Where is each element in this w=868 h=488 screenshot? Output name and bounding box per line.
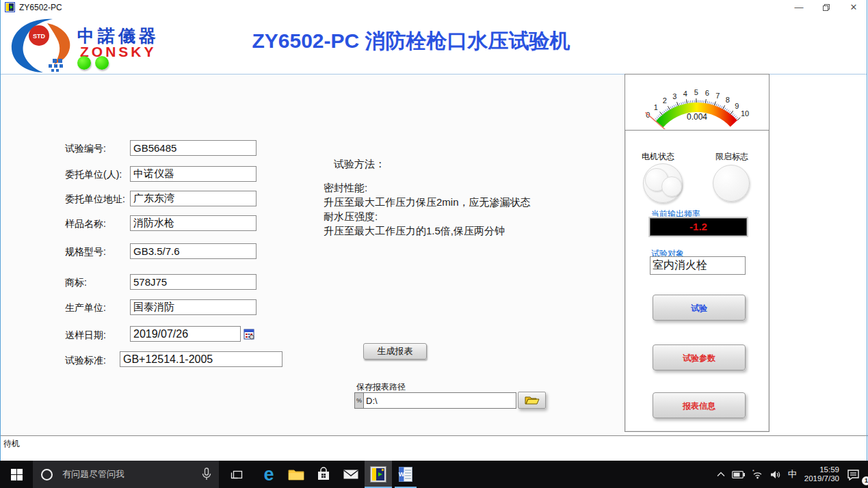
svg-text:2: 2 bbox=[663, 96, 667, 105]
method-text: 密封性能: 升压至最大工作压力保压2min，应无渗漏状态 耐水压强度: 升压至最… bbox=[324, 180, 531, 238]
motor-status-indicator bbox=[643, 163, 683, 203]
labview-app-icon[interactable] bbox=[365, 461, 392, 488]
method-line: 耐水压强度: bbox=[324, 209, 531, 223]
close-button[interactable]: ✕ bbox=[842, 0, 865, 15]
generate-report-button[interactable]: 生成报表 bbox=[363, 343, 427, 360]
word-document-app-icon[interactable]: W bbox=[392, 461, 419, 488]
manufacturer-input[interactable] bbox=[130, 299, 257, 315]
system-tray: * 中 15:59 2019/7/30 1 bbox=[713, 461, 868, 488]
ime-indicator[interactable]: 中 bbox=[785, 461, 800, 488]
svg-text:7: 7 bbox=[715, 92, 720, 100]
svg-text:5: 5 bbox=[694, 88, 698, 96]
file-explorer-icon[interactable] bbox=[282, 461, 310, 488]
microphone-icon[interactable] bbox=[201, 467, 212, 484]
control-panel: 0123456789100.004 电机状态 限启标志 当前输出频率 -1.2 … bbox=[624, 74, 770, 432]
test-number-input[interactable] bbox=[130, 140, 257, 156]
test-params-button[interactable]: 试验参数 bbox=[653, 344, 746, 370]
open-folder-icon bbox=[525, 395, 540, 405]
svg-text:STD: STD bbox=[33, 33, 46, 40]
app-window: ZY6502-PC — ✕ STD 中諾儀器 ZONSKY ZY6 bbox=[0, 0, 868, 488]
spec-model-input[interactable] bbox=[130, 243, 257, 259]
wifi-icon[interactable]: * bbox=[748, 461, 767, 488]
window-border-right bbox=[867, 0, 867, 461]
logo-green-dot-1 bbox=[77, 56, 91, 70]
client-address-input[interactable] bbox=[130, 191, 257, 206]
windows-logo-icon bbox=[11, 469, 23, 480]
minimize-button[interactable]: — bbox=[787, 0, 811, 15]
method-line: 升压至最大工作压力保压2min，应无渗漏状态 bbox=[324, 195, 531, 209]
test-button[interactable]: 试验 bbox=[653, 295, 746, 321]
title-bar: ZY6502-PC — ✕ bbox=[0, 0, 868, 15]
field-label: 试验编号: bbox=[65, 143, 106, 155]
field-label: 样品名称: bbox=[65, 218, 106, 230]
battery-icon[interactable] bbox=[728, 461, 748, 488]
field-label: 规格型号: bbox=[65, 246, 106, 258]
test-standard-input[interactable] bbox=[120, 351, 282, 367]
sample-name-input[interactable] bbox=[130, 215, 257, 231]
cortana-icon bbox=[41, 469, 53, 480]
svg-text:6: 6 bbox=[705, 89, 709, 97]
window-title: ZY6502-PC bbox=[19, 3, 62, 12]
action-center-icon[interactable]: 1 bbox=[843, 461, 868, 488]
header: STD 中諾儀器 ZONSKY ZY6502-PC 消防栓枪口水压试验机 bbox=[1, 15, 867, 74]
start-button[interactable] bbox=[0, 461, 33, 488]
page-title: ZY6502-PC 消防栓枪口水压试验机 bbox=[206, 27, 616, 55]
limit-flag-label: 限启标志 bbox=[715, 151, 748, 163]
mail-icon[interactable] bbox=[337, 461, 365, 488]
svg-text:*: * bbox=[752, 470, 754, 474]
svg-text:0.004: 0.004 bbox=[687, 112, 707, 122]
field-label: 送样日期: bbox=[65, 329, 106, 342]
logo-english-text: ZONSKY bbox=[80, 44, 157, 60]
logo-green-dot-2 bbox=[95, 56, 109, 70]
limit-flag-indicator bbox=[713, 165, 750, 202]
task-view-button[interactable] bbox=[223, 461, 250, 488]
svg-text:10: 10 bbox=[741, 109, 749, 118]
zonsky-logo: STD bbox=[5, 16, 80, 77]
frequency-display: -1.2 bbox=[650, 218, 747, 236]
calendar-icon[interactable] bbox=[244, 329, 254, 342]
field-label: 商标: bbox=[65, 277, 87, 289]
tray-date: 2019/7/30 bbox=[804, 474, 839, 483]
method-line: 密封性能: bbox=[324, 180, 531, 195]
field-label: 委托单位地址: bbox=[65, 193, 125, 206]
tray-clock[interactable]: 15:59 2019/7/30 bbox=[800, 465, 843, 483]
search-box[interactable]: 有问题尽管问我 bbox=[33, 461, 219, 488]
maximize-button[interactable] bbox=[815, 0, 838, 15]
sample-date-input[interactable] bbox=[130, 326, 241, 342]
svg-text:4: 4 bbox=[683, 90, 687, 98]
method-line: 升压至最大工作压力的1.5倍,保压两分钟 bbox=[324, 223, 531, 238]
svg-text:3: 3 bbox=[672, 92, 676, 100]
svg-text:W: W bbox=[399, 471, 405, 478]
edge-browser-icon[interactable]: e bbox=[255, 461, 282, 488]
svg-text:1: 1 bbox=[654, 103, 658, 111]
taskbar: 有问题尽管问我 e W bbox=[0, 461, 868, 488]
report-info-button[interactable]: 报表信息 bbox=[653, 392, 746, 418]
status-divider bbox=[0, 435, 868, 436]
save-path-input[interactable] bbox=[363, 392, 516, 409]
tray-expand-chevron-icon[interactable] bbox=[713, 461, 728, 488]
trademark-input[interactable] bbox=[130, 274, 257, 290]
test-object-input[interactable] bbox=[650, 256, 746, 275]
search-placeholder: 有问题尽管问我 bbox=[62, 468, 124, 480]
notification-badge: 1 bbox=[862, 476, 868, 485]
save-path-label: 保存报表路径 bbox=[356, 381, 406, 393]
pressure-gauge: 0123456789100.004 bbox=[625, 74, 769, 131]
path-control-icon: % bbox=[354, 392, 363, 409]
client-input[interactable] bbox=[130, 166, 257, 182]
field-label: 试验标准: bbox=[65, 355, 106, 367]
motor-status-label: 电机状态 bbox=[642, 151, 674, 163]
field-label: 委托单位(人): bbox=[65, 169, 122, 181]
store-icon[interactable] bbox=[310, 461, 337, 488]
browse-folder-button[interactable] bbox=[518, 392, 546, 409]
svg-text:8: 8 bbox=[726, 96, 730, 104]
volume-icon[interactable] bbox=[767, 461, 785, 488]
status-text: 待机 bbox=[3, 438, 20, 450]
method-heading: 试验方法： bbox=[334, 158, 385, 171]
field-label: 生产单位: bbox=[65, 302, 106, 314]
app-icon bbox=[5, 2, 15, 15]
svg-text:9: 9 bbox=[735, 102, 739, 110]
gauge-svg: 0123456789100.004 bbox=[627, 75, 767, 129]
window-border-left bbox=[0, 0, 1, 461]
tray-time: 15:59 bbox=[804, 465, 839, 474]
